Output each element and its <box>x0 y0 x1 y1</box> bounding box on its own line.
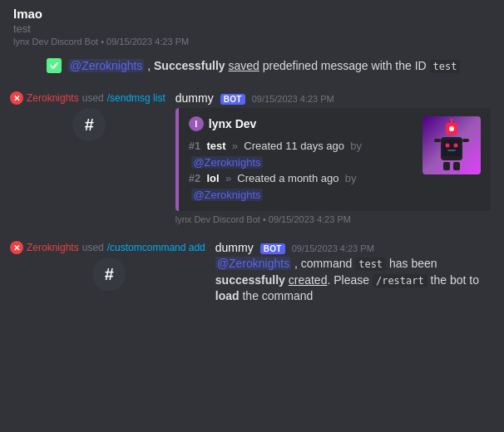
sendmsg-list-group: ✕ Zeroknights used /sendmsg list # dummy… <box>0 88 504 231</box>
first-message-block: lmao test lynx Dev Discord Bot • 09/15/2… <box>0 0 504 50</box>
item-by-1: by <box>350 140 362 152</box>
slash-cmd-name-2: /customcommand add <box>107 242 205 253</box>
bot-username-2: dummy <box>215 241 254 254</box>
lmao-text: test <box>13 22 491 35</box>
timestamp-1: 09/15/2023 4:23 PM <box>252 94 334 104</box>
slash-used-2: used <box>82 242 104 253</box>
cmd-code-test: test <box>355 258 386 271</box>
svg-point-12 <box>450 119 453 120</box>
customcommand-text: @Zeroknights , command test has been suc… <box>215 256 491 305</box>
hash-icon-2: # <box>105 265 114 284</box>
embed-card-1: l lynx Dev #1 test » Created 11 days ago… <box>175 108 491 211</box>
item-arrow-2: » <box>225 172 231 184</box>
msg-header-2: dummy BOT 09/15/2023 4:23 PM <box>215 241 491 254</box>
slash-user-2: Zeroknights <box>27 242 79 253</box>
slash-used-1: used <box>82 92 104 104</box>
timestamp-2: 09/15/2023 4:23 PM <box>292 243 374 253</box>
lmao-footer: lynx Dev Discord Bot • 09/15/2023 4:23 P… <box>13 37 491 47</box>
checkmark-icon <box>47 58 62 73</box>
successfully-2: successfully <box>215 273 285 287</box>
sendmsg-content: dummy BOT 09/15/2023 4:23 PM l lynx Dev … <box>175 91 491 224</box>
slash-cmd-icon-1: ✕ <box>10 91 23 105</box>
item-age-2: Created a month ago <box>237 172 338 184</box>
msg-header-1: dummy BOT 09/15/2023 4:23 PM <box>175 91 491 105</box>
lmao-title: lmao <box>13 7 491 21</box>
system-text: @Zeroknights , Successfully saved predef… <box>68 59 460 72</box>
item-num-1: #1 <box>189 140 200 152</box>
embed-footer-1: lynx Dev Discord Bot • 09/15/2023 4:23 P… <box>175 214 491 224</box>
successfully-label: Successfully <box>154 59 225 72</box>
mention-zeroknights-2: @Zeroknights <box>215 257 291 270</box>
system-saved-message: @Zeroknights , Successfully saved predef… <box>0 55 504 76</box>
restart-cmd: /restart <box>373 274 427 287</box>
created-word: created <box>289 273 328 287</box>
item-id-2: lol <box>206 172 219 184</box>
svg-rect-7 <box>443 162 450 170</box>
item-num-2: #2 <box>189 172 200 184</box>
svg-point-4 <box>446 143 450 147</box>
customcommand-content: dummy BOT 09/15/2023 4:23 PM @Zeroknight… <box>215 241 491 305</box>
slash-cmd-name-1: /sendmsg list <box>107 92 166 104</box>
embed-thumbnail <box>422 116 481 174</box>
item-mention-1: @Zeroknights <box>191 156 262 169</box>
item-mention-2: @Zeroknights <box>191 189 262 201</box>
svg-rect-3 <box>442 140 461 156</box>
item-id-1: test <box>206 140 225 152</box>
svg-rect-9 <box>434 139 441 142</box>
slash-user-1: Zeroknights <box>27 92 79 104</box>
embed-author-name: lynx Dev <box>209 117 257 130</box>
mention-zeroknights-1: @Zeroknights <box>68 59 144 72</box>
item-age-1: Created 11 days ago <box>244 140 344 152</box>
bot-tag-2: BOT <box>260 243 285 254</box>
svg-rect-8 <box>453 162 460 170</box>
bot-username-1: dummy <box>175 91 214 105</box>
svg-rect-6 <box>447 150 456 151</box>
svg-point-1 <box>449 126 454 131</box>
svg-point-5 <box>454 143 458 147</box>
hash-icon-1: # <box>85 115 94 135</box>
saved-label: saved <box>229 59 259 72</box>
slash-cmd-icon-2: ✕ <box>10 241 23 254</box>
avatar-1: # <box>72 108 106 141</box>
avatar-2: # <box>92 258 126 291</box>
load-word: load <box>215 289 240 302</box>
bot-tag-1: BOT <box>220 94 245 105</box>
customcommand-group: ✕ Zeroknights used /customcommand add # … <box>0 238 504 312</box>
embed-author-icon: l <box>189 116 204 131</box>
svg-rect-10 <box>462 139 469 142</box>
id-test: test <box>430 60 461 73</box>
item-by-2: by <box>345 172 357 184</box>
author-letter: l <box>195 119 197 129</box>
embed-item-2: #2 lol » Created a month ago by @Zerokni… <box>189 170 481 203</box>
item-arrow-1: » <box>232 140 238 152</box>
